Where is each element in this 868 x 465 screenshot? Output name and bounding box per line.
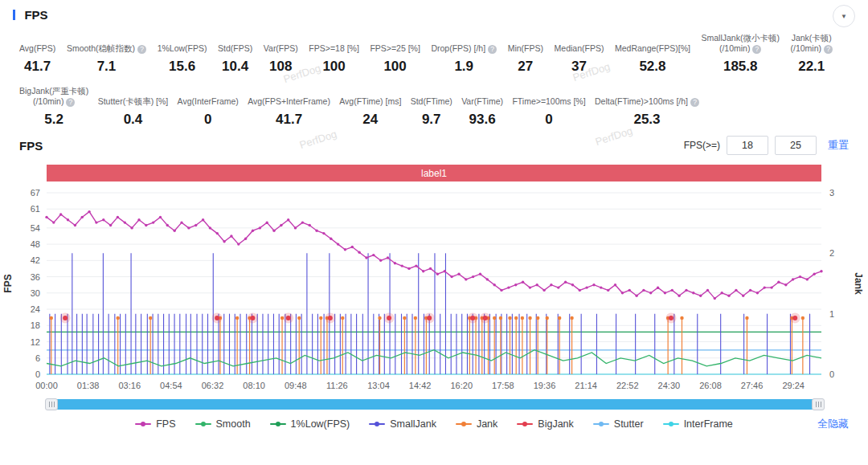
y-axis-tick-left: 18 — [31, 320, 40, 330]
metric-min-fps: Min(FPS)27 — [508, 32, 543, 75]
data-point — [742, 295, 744, 297]
data-point — [209, 226, 211, 229]
x-axis-label: 22:52 — [616, 381, 639, 390]
legend-item-1%low-fps[interactable]: 1%Low(FPS) — [270, 418, 350, 430]
metric-value: 52.8 — [615, 59, 690, 75]
data-point — [486, 278, 489, 280]
y-axis-tick-left: 30 — [31, 288, 40, 298]
help-icon[interactable]: ? — [66, 98, 75, 107]
data-point — [735, 289, 737, 292]
metric-label: Median(FPS) — [555, 32, 604, 54]
label-banner: label1 — [47, 165, 821, 182]
collapse-button[interactable]: ▼ — [833, 5, 855, 27]
metric-value: 37 — [555, 59, 604, 75]
metric-1%low-fps: 1%Low(FPS)15.6 — [158, 32, 207, 75]
perfdog-fps-page: { "header": { "title": "FPS" }, "waterma… — [0, 0, 868, 465]
spike-marker — [149, 316, 152, 320]
data-point — [777, 281, 780, 283]
legend-item-stutter[interactable]: Stutter — [593, 418, 644, 430]
chart-scrollbar[interactable] — [47, 399, 823, 410]
data-point — [479, 273, 481, 275]
legend-marker — [270, 423, 286, 425]
metrics-summary: Avg(FPS)41.7Smooth(稳帧指数)?7.11%Low(FPS)15… — [0, 24, 868, 128]
point — [63, 316, 68, 320]
reset-link[interactable]: 重置 — [828, 138, 849, 153]
spike-marker — [546, 316, 549, 320]
spike-marker — [521, 316, 524, 320]
data-point — [309, 224, 311, 226]
x-axis-label: 06:32 — [202, 381, 224, 390]
legend-item-interframe[interactable]: InterFrame — [663, 418, 733, 430]
legend-item-smooth[interactable]: Smooth — [195, 418, 251, 430]
spike-marker — [508, 316, 511, 320]
metric-label: Jank(卡顿)(/10min)? — [790, 32, 833, 54]
data-point — [571, 283, 574, 286]
series-bigjank — [60, 312, 800, 323]
legend-label: Stutter — [614, 418, 644, 430]
metric-avg-ftime-ms: Avg(FTime) [ms]24 — [339, 85, 401, 128]
legend-marker-dot — [201, 422, 206, 426]
fps-chart-plot[interactable]: 0612182430364248546167012300:0001:3803:1… — [0, 183, 868, 398]
spike-marker — [536, 316, 539, 320]
metric-label: Avg(FPS+InterFrame) — [248, 85, 330, 107]
data-point — [813, 273, 816, 275]
legend-label: 1%Low(FPS) — [291, 418, 350, 430]
data-point — [792, 278, 794, 280]
fps-threshold-high-input[interactable] — [775, 136, 817, 155]
scrollbar-track[interactable] — [47, 399, 823, 410]
x-axis-label: 19:36 — [534, 381, 556, 390]
spike-marker — [319, 316, 322, 320]
legend-label: FPS — [156, 418, 175, 430]
point — [387, 316, 391, 320]
hide-all-link[interactable]: 全隐藏 — [817, 417, 849, 431]
panel-title: FPS — [24, 8, 47, 22]
fps-threshold-controls: FPS(>=) 重置 — [684, 136, 849, 155]
point — [792, 316, 797, 320]
metric-label-text: Drop(FPS) [/h]? — [431, 43, 497, 54]
spike-marker — [514, 316, 518, 320]
scrollbar-right-handle[interactable] — [812, 398, 825, 410]
data-point — [806, 278, 809, 280]
title-accent-bar — [13, 10, 15, 20]
fps-threshold-label: FPS(>=) — [684, 140, 720, 151]
legend-item-bigjank[interactable]: BigJank — [517, 418, 573, 430]
help-icon[interactable]: ? — [752, 45, 761, 54]
legend-marker — [517, 423, 533, 425]
legend-item-jank[interactable]: Jank — [456, 418, 497, 430]
metric-label: Drop(FPS) [/h]? — [431, 32, 497, 54]
data-point — [401, 264, 403, 267]
legend-item-smalljank[interactable]: SmallJank — [369, 418, 436, 430]
x-axis-label: 03:16 — [118, 381, 141, 390]
legend-item-fps[interactable]: FPS — [135, 418, 175, 430]
x-axis-label: 00:00 — [35, 381, 58, 390]
help-icon[interactable]: ? — [137, 45, 146, 54]
metric-label-text: Stutter(卡顿率) [%] — [98, 96, 169, 107]
chart-title: FPS — [19, 139, 43, 153]
data-point — [714, 297, 716, 300]
data-point — [642, 289, 645, 292]
metric-label-text: Min(FPS) — [508, 43, 543, 54]
help-icon[interactable]: ? — [690, 98, 699, 107]
data-point — [102, 218, 104, 221]
metric-value: 24 — [339, 112, 401, 128]
fps-threshold-low-input[interactable] — [727, 136, 768, 155]
data-point — [756, 292, 759, 294]
metric-label-text: Delta(FTime)>100ms [/h]? — [595, 96, 699, 107]
spike-marker — [499, 316, 502, 320]
series-fps — [45, 210, 822, 300]
metric-value: 27 — [508, 59, 543, 75]
y-axis-tick-right: 1 — [829, 309, 834, 319]
metric-label-text: BigJank(严重卡顿) — [19, 86, 88, 96]
scrollbar-left-handle[interactable] — [45, 398, 58, 410]
data-point — [280, 224, 282, 226]
help-icon[interactable]: ? — [824, 45, 833, 54]
metric-medrange-fps-%: MedRange(FPS)[%]52.8 — [615, 32, 690, 75]
data-point — [542, 289, 545, 292]
point — [215, 316, 219, 320]
spike-marker — [570, 316, 573, 320]
metric-value: 1.9 — [431, 59, 497, 75]
help-icon[interactable]: ? — [488, 45, 497, 54]
data-point — [88, 210, 90, 213]
spike-marker — [680, 316, 683, 320]
metric-fps-25-%: FPS>=25 [%]100 — [370, 32, 420, 75]
